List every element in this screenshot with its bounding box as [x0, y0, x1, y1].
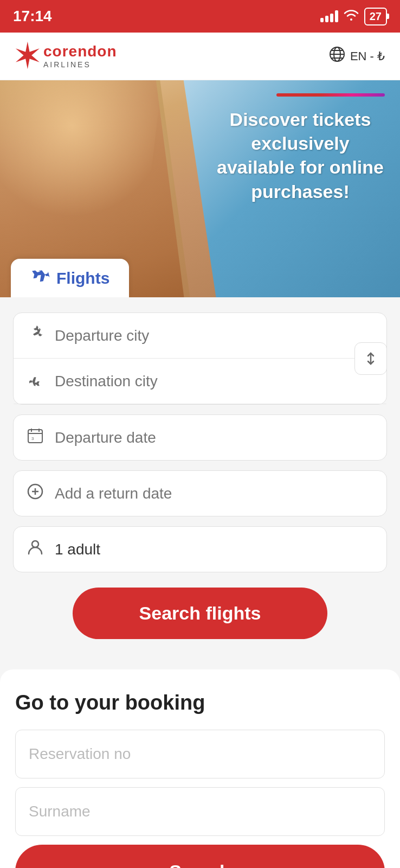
booking-section: Go to your booking Search — [0, 669, 400, 868]
calendar-icon: 3 — [27, 427, 46, 448]
status-time: 17:14 — [13, 8, 52, 25]
surname-input[interactable] — [15, 787, 385, 836]
booking-search-button[interactable]: Search — [15, 845, 385, 868]
destination-icon — [27, 371, 46, 392]
return-date-group[interactable] — [13, 470, 387, 516]
destination-input[interactable] — [55, 373, 373, 390]
city-input-group — [13, 312, 387, 405]
logo: ✶ corendon AIRLINES — [15, 42, 117, 71]
hero-banner: Discover tickets exclusively available f… — [0, 80, 400, 297]
return-date-input[interactable] — [55, 485, 373, 502]
wifi-icon — [344, 9, 359, 24]
reservation-input[interactable] — [15, 730, 385, 778]
logo-name: corendon — [43, 43, 117, 60]
add-return-icon — [27, 483, 46, 504]
language-label: EN - ₺ — [350, 49, 385, 63]
svg-rect-6 — [28, 430, 42, 443]
hero-headline: Discover tickets exclusively available f… — [217, 109, 384, 202]
departure-date-group[interactable]: 3 — [13, 414, 387, 461]
battery-icon: 27 — [364, 8, 387, 25]
hero-progress-bar — [276, 93, 385, 97]
departure-row[interactable] — [14, 313, 386, 359]
flights-tab-label: Flights — [56, 269, 109, 288]
logo-sub: AIRLINES — [43, 60, 117, 69]
status-icons: 27 — [320, 8, 387, 25]
swap-button[interactable] — [354, 342, 387, 375]
flights-tab-icon — [30, 269, 50, 288]
booking-title: Go to your booking — [15, 691, 385, 714]
search-form: 3 1 adult Search flights — [0, 297, 400, 669]
header: ✶ corendon AIRLINES EN - ₺ — [0, 33, 400, 80]
departure-icon — [27, 325, 46, 346]
globe-icon — [328, 46, 346, 67]
status-bar: 17:14 27 — [0, 0, 400, 33]
language-selector[interactable]: EN - ₺ — [328, 46, 385, 67]
passengers-value: 1 adult — [55, 541, 100, 558]
destination-row[interactable] — [14, 359, 386, 404]
departure-date-input[interactable] — [55, 429, 373, 446]
hero-text-container: Discover tickets exclusively available f… — [214, 107, 387, 203]
svg-point-14 — [32, 541, 38, 547]
passengers-group[interactable]: 1 adult — [13, 526, 387, 572]
signal-icon — [320, 10, 338, 22]
search-flights-button[interactable]: Search flights — [73, 588, 327, 639]
passenger-icon — [27, 539, 46, 560]
logo-text: corendon AIRLINES — [43, 43, 117, 69]
departure-input[interactable] — [55, 327, 373, 344]
flights-tab[interactable]: Flights — [11, 259, 129, 297]
svg-text:3: 3 — [31, 436, 34, 441]
logo-star-icon: ✶ — [15, 42, 39, 71]
